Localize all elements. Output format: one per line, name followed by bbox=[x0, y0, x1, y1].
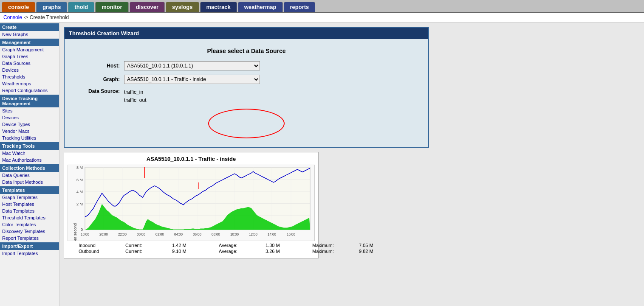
mac-watch-link[interactable]: Mac Watch bbox=[0, 150, 59, 157]
svg-text:00:00: 00:00 bbox=[137, 233, 145, 236]
inbound-average-value: 1.30 M bbox=[266, 243, 304, 248]
main-layout: Create New Graphs Management Graph Manag… bbox=[0, 22, 644, 306]
devices-link[interactable]: Devices bbox=[0, 67, 59, 73]
host-templates-link[interactable]: Host Templates bbox=[0, 201, 59, 208]
outbound-average-label: Average: bbox=[219, 249, 257, 254]
outbound-label: Outbound bbox=[79, 249, 117, 254]
monitor-tab[interactable]: monitor bbox=[95, 2, 128, 12]
svg-text:02:00: 02:00 bbox=[155, 233, 164, 236]
graph-label: Graph: bbox=[73, 76, 120, 82]
datasource-label: Data Source: bbox=[73, 88, 120, 94]
outbound-maximum-label: Maximum: bbox=[312, 249, 350, 254]
inbound-current-value: 1.42 M bbox=[172, 243, 210, 248]
svg-text:10:00: 10:00 bbox=[230, 233, 239, 236]
svg-text:14:00: 14:00 bbox=[268, 233, 276, 236]
report-configurations-link[interactable]: Report Configurations bbox=[0, 87, 59, 94]
graph-legend: Inbound Current: 1.42 M Average: 1.30 M … bbox=[68, 243, 315, 255]
svg-text:22:00: 22:00 bbox=[118, 233, 127, 236]
templates-section-header: Templates bbox=[0, 186, 59, 194]
data-templates-link[interactable]: Data Templates bbox=[0, 208, 59, 214]
svg-text:06:00: 06:00 bbox=[193, 233, 201, 236]
import-templates-link[interactable]: Import Templates bbox=[0, 250, 59, 257]
reports-tab[interactable]: reports bbox=[284, 2, 316, 12]
inbound-current-label: Current: bbox=[125, 243, 164, 248]
color-templates-link[interactable]: Color Templates bbox=[0, 221, 59, 228]
threshold-templates-link[interactable]: Threshold Templates bbox=[0, 214, 59, 221]
legend-row-inbound: Inbound Current: 1.42 M Average: 1.30 M … bbox=[76, 243, 315, 248]
graphs-tab[interactable]: graphs bbox=[36, 2, 67, 12]
graph-management-link[interactable]: Graph Management bbox=[0, 46, 59, 53]
mac-authorizations-link[interactable]: Mac Authorizations bbox=[0, 157, 59, 163]
inbound-legend-text: Inbound Current: 1.42 M Average: 1.30 M … bbox=[79, 243, 397, 248]
syslogs-tab[interactable]: syslogs bbox=[166, 2, 199, 12]
content-area: Threshold Creation Wizard Please select … bbox=[59, 22, 644, 306]
tracking-tools-section-header: Tracking Tools bbox=[0, 142, 59, 150]
console-tab[interactable]: console bbox=[2, 2, 35, 12]
collection-methods-section-header: Collection Methods bbox=[0, 164, 59, 172]
datasource-value-1: traffic_in bbox=[124, 88, 146, 96]
tracking-utilities-link[interactable]: Tracking Utilities bbox=[0, 135, 59, 141]
inbound-label: Inbound bbox=[79, 243, 117, 248]
inbound-maximum-value: 7.05 M bbox=[359, 243, 397, 248]
datasource-row: Data Source: traffic_in traffic_out bbox=[73, 88, 420, 104]
svg-text:16:00: 16:00 bbox=[287, 233, 295, 236]
wizard-panel: Threshold Creation Wizard Please select … bbox=[64, 27, 429, 148]
outbound-maximum-value: 9.82 M bbox=[359, 249, 397, 254]
graph-trees-link[interactable]: Graph Trees bbox=[0, 53, 59, 60]
discovery-templates-link[interactable]: Discovery Templates bbox=[0, 228, 59, 235]
import-export-section-header: Import/Export bbox=[0, 242, 59, 250]
datasource-value-2: traffic_out bbox=[124, 96, 146, 104]
discover-tab[interactable]: discover bbox=[130, 2, 165, 12]
svg-text:6 M: 6 M bbox=[76, 178, 83, 182]
graph-panel: ASA5510_10.0.1.1 - Traffic - inside bbox=[64, 152, 319, 258]
legend-row-outbound: Outbound Current: 9.10 M Average: 3.26 M… bbox=[76, 249, 315, 254]
svg-text:04:00: 04:00 bbox=[174, 233, 183, 236]
data-queries-link[interactable]: Data Queries bbox=[0, 172, 59, 179]
new-graphs-link[interactable]: New Graphs bbox=[0, 31, 59, 38]
svg-text:18:00: 18:00 bbox=[81, 233, 89, 236]
graph-templates-link[interactable]: Graph Templates bbox=[0, 194, 59, 201]
weathermap-tab[interactable]: weathermap bbox=[238, 2, 283, 12]
devices2-link[interactable]: Devices bbox=[0, 114, 59, 121]
svg-text:08:00: 08:00 bbox=[212, 233, 220, 236]
sidebar: Create New Graphs Management Graph Manag… bbox=[0, 22, 59, 306]
outbound-current-label: Current: bbox=[125, 249, 164, 254]
svg-text:bits per second: bits per second bbox=[73, 223, 77, 241]
oval-annotation bbox=[208, 109, 285, 138]
data-input-methods-link[interactable]: Data Input Methods bbox=[0, 179, 59, 185]
thold-tab[interactable]: thold bbox=[68, 2, 94, 12]
host-row: Host: ASA5510_10.0.1.1 (10.0.1.1) bbox=[73, 61, 420, 70]
wizard-title: Please select a Data Source bbox=[73, 48, 420, 54]
sites-link[interactable]: Sites bbox=[0, 107, 59, 114]
breadcrumb-separator: -> bbox=[23, 14, 29, 20]
weathermaps-link[interactable]: Weathermaps bbox=[0, 80, 59, 87]
graph-title: ASA5510_10.0.1.1 - Traffic - inside bbox=[68, 156, 315, 162]
mactrack-tab[interactable]: mactrack bbox=[200, 2, 237, 12]
top-navigation: console graphs thold monitor discover sy… bbox=[0, 0, 644, 13]
create-section-header: Create bbox=[0, 23, 59, 31]
host-select[interactable]: ASA5510_10.0.1.1 (10.0.1.1) bbox=[124, 61, 260, 70]
data-sources-link[interactable]: Data Sources bbox=[0, 60, 59, 67]
svg-text:8 M: 8 M bbox=[76, 166, 83, 170]
graph-select[interactable]: ASA5510_10.0.1.1 - Traffic - inside bbox=[124, 75, 260, 84]
svg-text:0: 0 bbox=[81, 227, 83, 232]
device-types-link[interactable]: Device Types bbox=[0, 121, 59, 128]
breadcrumb-current: Create Threshold bbox=[30, 14, 69, 20]
svg-text:4 M: 4 M bbox=[76, 190, 83, 194]
breadcrumb: Console -> Create Threshold bbox=[0, 13, 644, 22]
breadcrumb-home-link[interactable]: Console bbox=[3, 14, 22, 20]
inbound-maximum-label: Maximum: bbox=[312, 243, 350, 248]
vendor-macs-link[interactable]: Vendor Macs bbox=[0, 128, 59, 135]
wizard-body: Please select a Data Source Host: ASA551… bbox=[65, 39, 428, 147]
oval-annotation-container bbox=[73, 109, 420, 138]
datasource-values: traffic_in traffic_out bbox=[124, 88, 146, 104]
outbound-current-value: 9.10 M bbox=[172, 249, 210, 254]
host-label: Host: bbox=[73, 63, 120, 69]
graph-area: 8 M 6 M 4 M 2 M 0 18:00 20:00 22:00 bbox=[68, 165, 315, 241]
svg-text:20:00: 20:00 bbox=[99, 233, 108, 236]
thresholds-link[interactable]: Thresholds bbox=[0, 73, 59, 80]
report-templates-link[interactable]: Report Templates bbox=[0, 235, 59, 241]
inbound-average-label: Average: bbox=[219, 243, 257, 248]
outbound-average-value: 3.26 M bbox=[266, 249, 304, 254]
graph-row: Graph: ASA5510_10.0.1.1 - Traffic - insi… bbox=[73, 75, 420, 84]
